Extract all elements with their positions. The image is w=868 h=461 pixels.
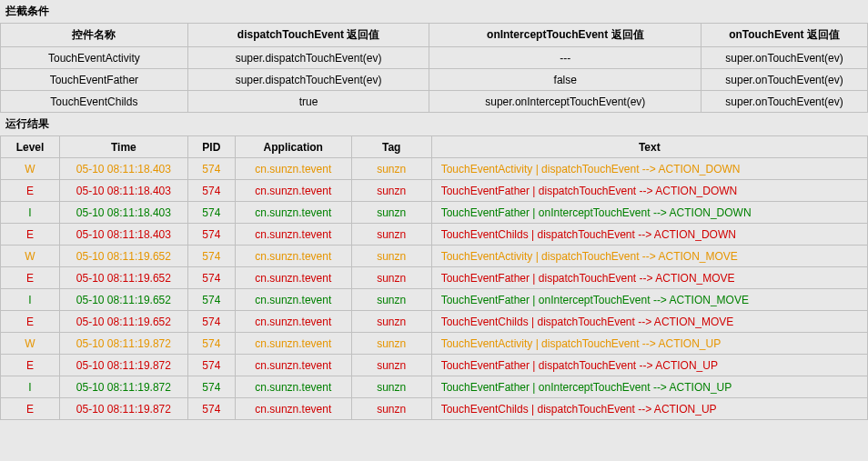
col-intercept: onInterceptTouchEvent 返回值	[429, 24, 701, 47]
cell-pid: 574	[187, 202, 235, 224]
log-row: E05-10 08:11:19.652574cn.sunzn.teventsun…	[1, 311, 868, 333]
condition-row: TouchEventChildstruesuper.onInterceptTou…	[1, 91, 868, 113]
cell-pid: 574	[187, 355, 235, 376]
cell-app: cn.sunzn.tevent	[235, 202, 351, 224]
log-row: W05-10 08:11:19.652574cn.sunzn.teventsun…	[1, 246, 868, 267]
log-row: W05-10 08:11:18.403574cn.sunzn.teventsun…	[1, 158, 868, 180]
condition-row: TouchEventFathersuper.dispatchTouchEvent…	[1, 69, 868, 91]
cell-intercept: false	[429, 69, 701, 91]
cell-app: cn.sunzn.tevent	[235, 311, 351, 333]
cell-tag: sunzn	[351, 158, 431, 180]
conditions-header-row: 控件名称 dispatchTouchEvent 返回值 onInterceptT…	[1, 24, 868, 47]
cell-time: 05-10 08:11:19.652	[59, 246, 187, 267]
cell-tag: sunzn	[351, 224, 431, 246]
cell-app: cn.sunzn.tevent	[235, 376, 351, 398]
cell-time: 05-10 08:11:19.652	[59, 289, 187, 311]
cell-pid: 574	[187, 289, 235, 311]
cell-tag: sunzn	[351, 246, 431, 267]
cell-tag: sunzn	[351, 202, 431, 224]
cell-time: 05-10 08:11:19.872	[59, 333, 187, 355]
cell-pid: 574	[187, 224, 235, 246]
cell-app: cn.sunzn.tevent	[235, 289, 351, 311]
cell-tag: sunzn	[351, 180, 431, 202]
log-row: W05-10 08:11:19.872574cn.sunzn.teventsun…	[1, 333, 868, 355]
log-row: I05-10 08:11:18.403574cn.sunzn.teventsun…	[1, 202, 868, 224]
log-row: I05-10 08:11:19.652574cn.sunzn.teventsun…	[1, 289, 868, 311]
cell-tag: sunzn	[351, 289, 431, 311]
cell-text: TouchEventFather | dispatchTouchEvent --…	[431, 355, 867, 376]
cell-app: cn.sunzn.tevent	[235, 333, 351, 355]
cell-time: 05-10 08:11:19.652	[59, 267, 187, 289]
log-row: E05-10 08:11:18.403574cn.sunzn.teventsun…	[1, 224, 868, 246]
cell-text: TouchEventFather | onInterceptTouchEvent…	[431, 376, 867, 398]
cell-level: I	[1, 289, 60, 311]
cell-name: TouchEventFather	[1, 69, 188, 91]
log-row: E05-10 08:11:18.403574cn.sunzn.teventsun…	[1, 180, 868, 202]
cell-pid: 574	[187, 398, 235, 420]
log-row: E05-10 08:11:19.872574cn.sunzn.teventsun…	[1, 398, 868, 420]
cell-level: W	[1, 246, 60, 267]
cell-text: TouchEventFather | onInterceptTouchEvent…	[431, 289, 867, 311]
cell-time: 05-10 08:11:18.403	[59, 224, 187, 246]
condition-row: TouchEventActivitysuper.dispatchTouchEve…	[1, 47, 868, 69]
cell-pid: 574	[187, 180, 235, 202]
cell-touch: super.onTouchEvent(ev)	[701, 69, 868, 91]
col-dispatch: dispatchTouchEvent 返回值	[187, 24, 429, 47]
cell-tag: sunzn	[351, 355, 431, 376]
cell-app: cn.sunzn.tevent	[235, 398, 351, 420]
cell-pid: 574	[187, 246, 235, 267]
cell-text: TouchEventChilds | dispatchTouchEvent --…	[431, 224, 867, 246]
cell-level: I	[1, 202, 60, 224]
cell-pid: 574	[187, 158, 235, 180]
cell-dispatch: true	[187, 91, 429, 113]
cell-text: TouchEventActivity | dispatchTouchEvent …	[431, 246, 867, 267]
cell-dispatch: super.dispatchTouchEvent(ev)	[187, 47, 429, 69]
cell-text: TouchEventFather | onInterceptTouchEvent…	[431, 202, 867, 224]
results-title: 运行结果	[0, 113, 868, 135]
cell-level: E	[1, 267, 60, 289]
cell-name: TouchEventActivity	[1, 47, 188, 69]
log-header-row: Level Time PID Application Tag Text	[1, 136, 868, 158]
cell-dispatch: super.dispatchTouchEvent(ev)	[187, 69, 429, 91]
col-app: Application	[235, 136, 351, 158]
cell-level: W	[1, 333, 60, 355]
cell-app: cn.sunzn.tevent	[235, 224, 351, 246]
cell-level: W	[1, 158, 60, 180]
col-text: Text	[431, 136, 867, 158]
cell-app: cn.sunzn.tevent	[235, 246, 351, 267]
cell-text: TouchEventFather | dispatchTouchEvent --…	[431, 180, 867, 202]
cell-pid: 574	[187, 376, 235, 398]
cell-app: cn.sunzn.tevent	[235, 158, 351, 180]
cell-app: cn.sunzn.tevent	[235, 267, 351, 289]
col-name: 控件名称	[1, 24, 188, 47]
cell-level: E	[1, 311, 60, 333]
cell-pid: 574	[187, 267, 235, 289]
cell-time: 05-10 08:11:18.403	[59, 180, 187, 202]
cell-intercept: ---	[429, 47, 701, 69]
cell-touch: super.onTouchEvent(ev)	[701, 47, 868, 69]
cell-touch: super.onTouchEvent(ev)	[701, 91, 868, 113]
cell-level: I	[1, 376, 60, 398]
col-time: Time	[59, 136, 187, 158]
log-row: I05-10 08:11:19.872574cn.sunzn.teventsun…	[1, 376, 868, 398]
cell-text: TouchEventChilds | dispatchTouchEvent --…	[431, 311, 867, 333]
cell-tag: sunzn	[351, 267, 431, 289]
col-tag: Tag	[351, 136, 431, 158]
col-level: Level	[1, 136, 60, 158]
col-pid: PID	[187, 136, 235, 158]
log-row: E05-10 08:11:19.872574cn.sunzn.teventsun…	[1, 355, 868, 376]
cell-app: cn.sunzn.tevent	[235, 180, 351, 202]
cell-name: TouchEventChilds	[1, 91, 188, 113]
cell-text: TouchEventFather | dispatchTouchEvent --…	[431, 267, 867, 289]
cell-tag: sunzn	[351, 376, 431, 398]
cell-pid: 574	[187, 311, 235, 333]
cell-intercept: super.onInterceptTouchEvent(ev)	[429, 91, 701, 113]
cell-time: 05-10 08:11:18.403	[59, 158, 187, 180]
cell-time: 05-10 08:11:19.872	[59, 398, 187, 420]
cell-text: TouchEventChilds | dispatchTouchEvent --…	[431, 398, 867, 420]
cell-time: 05-10 08:11:19.872	[59, 355, 187, 376]
cell-level: E	[1, 224, 60, 246]
conditions-title: 拦截条件	[0, 0, 868, 23]
cell-text: TouchEventActivity | dispatchTouchEvent …	[431, 158, 867, 180]
log-table: Level Time PID Application Tag Text W05-…	[0, 135, 868, 420]
